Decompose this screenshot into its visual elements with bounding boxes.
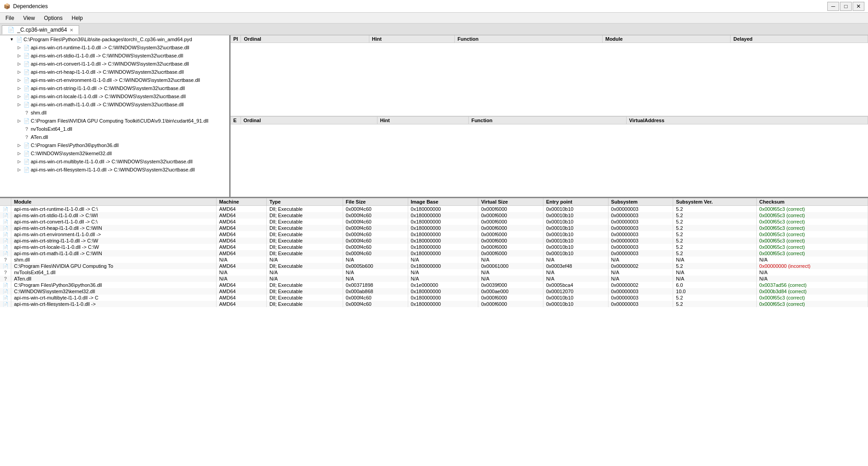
import-col-delayed[interactable]: Delayed [731, 35, 868, 43]
tree-item[interactable]: ▷ 📄 api-ms-win-crt-filesystem-l1-1-0.dll… [0, 166, 229, 174]
module-col-virtualsize[interactable]: Virtual Size [478, 198, 543, 206]
cell-type: Dll; Executable [267, 212, 343, 219]
table-row[interactable]: 📄api-ms-win-crt-filesystem-l1-1-0.dll ->… [0, 301, 868, 307]
tree-item[interactable]: ▷ 📄 api-ms-win-crt-heap-l1-1-0.dll -> C:… [0, 68, 229, 76]
menu-view[interactable]: View [19, 14, 38, 22]
module-col-module[interactable]: Module [11, 198, 217, 206]
table-row[interactable]: ?shm.dllN/AN/AN/AN/AN/AN/AN/AN/AN/A [0, 257, 868, 263]
table-row[interactable]: 📄api-ms-win-crt-heap-l1-1-0.dll -> C:\WI… [0, 225, 868, 231]
cell-subsystem: N/A [608, 257, 673, 263]
tree-expand-icon[interactable]: ▷ [15, 101, 23, 108]
export-table-container[interactable]: E Ordinal Hint Function VirtualAddress [231, 117, 868, 197]
minimize-button[interactable]: ─ [827, 2, 839, 11]
export-col-function[interactable]: Function [468, 117, 626, 124]
export-col-hint[interactable]: Hint [377, 117, 468, 124]
cell-entryPoint: 0x0003ef48 [543, 263, 608, 269]
table-row[interactable]: 📄C:\Program Files\NVIDIA GPU Computing T… [0, 263, 868, 269]
tree-item-label: api-ms-win-crt-filesystem-l1-1-0.dll -> … [31, 166, 195, 173]
row-icon: 📄 [0, 301, 11, 307]
cell-type: Dll; Executable [267, 225, 343, 231]
tree-expand-icon[interactable]: ▷ [15, 93, 23, 100]
module-col-machine[interactable]: Machine [216, 198, 266, 206]
cell-virtualSize: 0x000f6000 [478, 244, 543, 250]
module-col-imagebase[interactable]: Image Base [408, 198, 478, 206]
table-row[interactable]: 📄api-ms-win-crt-runtime-l1-1-0.dll -> C:… [0, 206, 868, 213]
table-row[interactable]: ?nvToolsExt64_1.dllN/AN/AN/AN/AN/AN/AN/A… [0, 269, 868, 276]
tree-item[interactable]: ▷ 📄 api-ms-win-crt-environment-l1-1-0.dl… [0, 76, 229, 84]
module-col-subsystemver[interactable]: Subsystem Ver. [673, 198, 756, 206]
tree-item[interactable]: ▷ 📄 api-ms-win-crt-string-l1-1-0.dll -> … [0, 84, 229, 92]
table-row[interactable]: 📄api-ms-win-crt-math-l1-1-0.dll -> C:\WI… [0, 250, 868, 257]
menu-options[interactable]: Options [40, 14, 66, 22]
cell-subsystemVer: 5.2 [673, 219, 756, 225]
table-row[interactable]: 📄api-ms-win-crt-convert-l1-1-0.dll -> C:… [0, 219, 868, 225]
tree-panel[interactable]: ▼ 📄 C:\Program Files\Python36\Lib\site-p… [0, 35, 231, 197]
module-col-filesize[interactable]: File Size [343, 198, 408, 206]
tree-expand-icon[interactable]: ▷ [15, 150, 23, 157]
tree-item[interactable]: ▼ 📄 C:\Program Files\Python36\Lib\site-p… [0, 35, 229, 43]
tree-expand-icon[interactable]: ▷ [15, 60, 23, 67]
close-button[interactable]: ✕ [853, 2, 864, 11]
tab-close-button[interactable]: ✕ [70, 28, 73, 33]
import-table-container[interactable]: PI Ordinal Hint Function Module Delayed [231, 35, 868, 117]
table-row[interactable]: ?ATen.dllN/AN/AN/AN/AN/AN/AN/AN/AN/A [0, 276, 868, 282]
cell-subsystem: 0x00000003 [608, 225, 673, 231]
export-col-virtualaddress[interactable]: VirtualAddress [626, 117, 868, 124]
table-row[interactable]: 📄api-ms-win-crt-string-l1-1-0.dll -> C:\… [0, 238, 868, 244]
tree-expand-icon[interactable]: ▼ [8, 36, 15, 43]
app-title: Dependencies [13, 3, 48, 10]
table-row[interactable]: 📄api-ms-win-crt-environment-l1-1-0.dll -… [0, 231, 868, 238]
export-col-ordinal[interactable]: Ordinal [241, 117, 377, 124]
export-table: E Ordinal Hint Function VirtualAddress [231, 117, 868, 124]
import-col-module[interactable]: Module [602, 35, 730, 43]
cell-entryPoint: N/A [543, 276, 608, 282]
tree-item[interactable]: ▷ 📄 api-ms-win-crt-convert-l1-1-0.dll ->… [0, 60, 229, 68]
tree-expand-icon[interactable]: ▷ [15, 52, 23, 59]
module-col-type[interactable]: Type [267, 198, 343, 206]
table-row[interactable]: 📄api-ms-win-crt-locale-l1-1-0.dll -> C:\… [0, 244, 868, 250]
menu-file[interactable]: File [2, 14, 18, 22]
tree-expand-icon[interactable]: ▷ [15, 68, 23, 76]
tree-item[interactable]: ▷ 📄 api-ms-win-crt-runtime-l1-1-0.dll ->… [0, 43, 229, 52]
module-col-checksum[interactable]: Checksum [756, 198, 868, 206]
right-panel: PI Ordinal Hint Function Module Delayed [231, 35, 868, 197]
cell-entryPoint: 0x00010b10 [543, 212, 608, 219]
maximize-button[interactable]: □ [840, 2, 852, 11]
table-row[interactable]: 📄api-ms-win-crt-stdio-l1-1-0.dll -> C:\W… [0, 212, 868, 219]
menu-help[interactable]: Help [68, 14, 87, 22]
cell-fileSize: N/A [343, 269, 408, 276]
import-col-ordinal[interactable]: Ordinal [241, 35, 369, 43]
tree-item[interactable]: ? shm.dll [0, 109, 229, 117]
tree-expand-icon[interactable]: ▷ [15, 158, 23, 165]
tree-item[interactable]: ▷ 📄 api-ms-win-crt-math-l1-1-0.dll -> C:… [0, 100, 229, 109]
tree-item[interactable]: ▷ 📄 C:\Program Files\Python36\python36.d… [0, 141, 229, 149]
module-col-entrypoint[interactable]: Entry point [543, 198, 608, 206]
tree-item[interactable]: ▷ 📄 api-ms-win-crt-stdio-l1-1-0.dll -> C… [0, 52, 229, 60]
row-icon: 📄 [0, 263, 11, 269]
tree-expand-icon[interactable]: ▷ [15, 117, 23, 124]
bottom-panel[interactable]: Module Machine Type File Size Image Base… [0, 198, 868, 466]
table-row[interactable]: 📄C:\WINDOWS\system32\kernel32.dllAMD64Dl… [0, 288, 868, 295]
table-row[interactable]: 📄C:\Program Files\Python36\python36.dllA… [0, 282, 868, 288]
tab-main[interactable]: 📄 _C.cp36-win_amd64 ✕ [2, 25, 79, 34]
tree-expand-icon[interactable]: ▷ [15, 76, 23, 84]
import-col-function[interactable]: Function [454, 35, 602, 43]
tree-item[interactable]: ? nvToolsExt64_1.dll [0, 125, 229, 133]
tree-item[interactable]: ▷ 📄 api-ms-win-crt-locale-l1-1-0.dll -> … [0, 92, 229, 100]
tree-item[interactable]: ▷ 📄 api-ms-win-crt-multibyte-l1-1-0.dll … [0, 157, 229, 166]
module-col-subsystem[interactable]: Subsystem [608, 198, 673, 206]
tree-item[interactable]: ▷ 📄 C:\Program Files\NVIDIA GPU Computin… [0, 117, 229, 125]
cell-subsystemVer: 10.0 [673, 288, 756, 295]
tree-expand-icon[interactable]: ▷ [15, 44, 23, 51]
tree-expand-icon[interactable]: ▷ [15, 166, 23, 173]
tree-item-label: api-ms-win-crt-string-l1-1-0.dll -> C:\W… [31, 85, 185, 92]
tree-item[interactable]: ? ATen.dll [0, 133, 229, 141]
table-row[interactable]: 📄api-ms-win-crt-multibyte-l1-1-0.dll -> … [0, 295, 868, 301]
import-col-hint[interactable]: Hint [369, 35, 454, 43]
tree-item[interactable]: ▷ 📄 C:\WINDOWS\system32\kernel32.dll [0, 149, 229, 157]
cell-fileSize: 0x0005b600 [343, 263, 408, 269]
cell-checksum: 0x000f65c3 (correct) [756, 231, 868, 238]
file-icon: 📄 [23, 150, 31, 157]
tree-expand-icon[interactable]: ▷ [15, 142, 23, 149]
tree-expand-icon[interactable]: ▷ [15, 85, 23, 92]
